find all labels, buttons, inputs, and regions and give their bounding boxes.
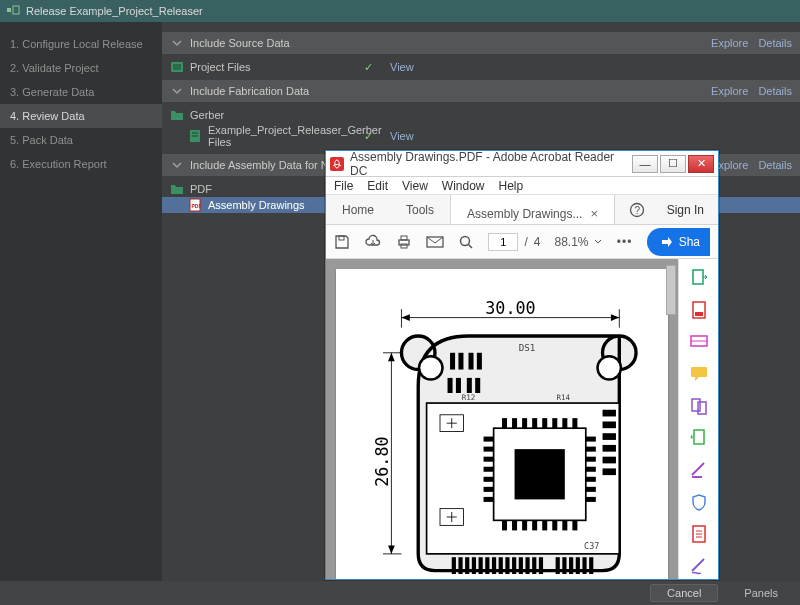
acrobat-window: Assembly Drawings.PDF - Adobe Acrobat Re… xyxy=(325,150,719,580)
acrobat-document-area[interactable]: 30.00 26.80 xyxy=(326,259,678,579)
cancel-button[interactable]: Cancel xyxy=(650,584,718,602)
create-pdf-icon[interactable] xyxy=(689,301,709,319)
svg-rect-43 xyxy=(562,418,567,428)
section-include-source[interactable]: Include Source Data Explore Details xyxy=(162,32,800,54)
svg-rect-119 xyxy=(694,430,704,444)
status-bar: Cancel Panels xyxy=(0,581,800,605)
vertical-scrollbar[interactable] xyxy=(666,265,676,315)
svg-rect-71 xyxy=(448,378,453,393)
section-include-fabrication[interactable]: Include Fabrication Data Explore Details xyxy=(162,80,800,102)
tree-item-gerber-file[interactable]: Example_Project_Releaser_Gerber Files ✓ … xyxy=(162,123,800,149)
link-view[interactable]: View xyxy=(390,61,414,73)
svg-rect-74 xyxy=(475,378,480,393)
svg-rect-65 xyxy=(484,487,494,492)
fill-sign-icon[interactable] xyxy=(689,557,709,575)
tab-home[interactable]: Home xyxy=(326,195,390,224)
window-maximize-button[interactable]: ☐ xyxy=(660,155,686,173)
acrobat-titlebar[interactable]: Assembly Drawings.PDF - Adobe Acrobat Re… xyxy=(326,151,718,177)
search-icon[interactable] xyxy=(458,232,474,252)
menu-view[interactable]: View xyxy=(402,179,428,193)
tab-tools[interactable]: Tools xyxy=(390,195,450,224)
chevron-down-icon xyxy=(170,158,184,172)
svg-rect-5 xyxy=(192,132,198,134)
menu-file[interactable]: File xyxy=(334,179,353,193)
more-icon[interactable]: ••• xyxy=(616,232,632,252)
sidebar-item-validate[interactable]: 2. Validate Project xyxy=(0,56,162,80)
comment-icon[interactable] xyxy=(689,365,709,383)
svg-rect-54 xyxy=(586,447,596,452)
svg-rect-103 xyxy=(532,557,536,574)
svg-rect-91 xyxy=(452,557,456,574)
svg-rect-118 xyxy=(698,402,706,414)
link-view[interactable]: View xyxy=(390,130,414,142)
sidebar-item-generate[interactable]: 3. Generate Data xyxy=(0,80,162,104)
email-icon[interactable] xyxy=(426,232,444,252)
organize-icon[interactable] xyxy=(689,429,709,447)
svg-rect-80 xyxy=(603,468,616,475)
redact-icon[interactable] xyxy=(689,461,709,479)
share-button[interactable]: Sha xyxy=(647,228,710,256)
acrobat-menubar: File Edit View Window Help xyxy=(326,177,718,195)
compress-icon[interactable] xyxy=(689,525,709,543)
sidebar-item-pack[interactable]: 5. Pack Data xyxy=(0,128,162,152)
link-explore[interactable]: Explore xyxy=(711,85,748,97)
svg-rect-55 xyxy=(586,457,596,462)
help-icon[interactable]: ? xyxy=(621,195,653,224)
svg-rect-52 xyxy=(572,520,577,530)
window-minimize-button[interactable]: — xyxy=(632,155,658,173)
svg-rect-92 xyxy=(458,557,462,574)
menu-help[interactable]: Help xyxy=(499,179,524,193)
sign-in-link[interactable]: Sign In xyxy=(653,195,718,224)
export-pdf-icon[interactable] xyxy=(689,269,709,287)
svg-rect-44 xyxy=(572,418,577,428)
menu-window[interactable]: Window xyxy=(442,179,485,193)
link-details[interactable]: Details xyxy=(758,159,792,171)
svg-rect-96 xyxy=(485,557,489,574)
cloud-icon[interactable] xyxy=(364,232,382,252)
panels-button[interactable]: Panels xyxy=(728,585,794,601)
window-close-button[interactable]: ✕ xyxy=(688,155,714,173)
tab-document[interactable]: Assembly Drawings... × xyxy=(450,195,615,224)
tree-item-gerber-folder[interactable]: Gerber xyxy=(162,107,800,123)
svg-rect-117 xyxy=(692,399,700,411)
link-explore[interactable]: Explore xyxy=(711,37,748,49)
svg-rect-75 xyxy=(603,410,616,417)
zoom-dropdown[interactable]: 88.1% xyxy=(554,235,602,249)
share-icon xyxy=(659,235,673,249)
acrobat-right-toolbar xyxy=(678,259,718,579)
svg-rect-109 xyxy=(582,557,586,574)
page-current-input[interactable] xyxy=(488,233,518,251)
tree-item-project-files[interactable]: Project Files ✓ View xyxy=(162,59,800,75)
svg-rect-50 xyxy=(552,520,557,530)
sidebar-item-review[interactable]: 4. Review Data xyxy=(0,104,162,128)
svg-rect-77 xyxy=(603,433,616,440)
svg-marker-29 xyxy=(388,353,395,361)
link-details[interactable]: Details xyxy=(758,37,792,49)
save-icon[interactable] xyxy=(334,232,350,252)
print-icon[interactable] xyxy=(396,232,412,252)
project-icon xyxy=(170,60,184,74)
section-fabrication-title: Include Fabrication Data xyxy=(190,85,309,97)
chevron-down-icon xyxy=(170,36,184,50)
menu-edit[interactable]: Edit xyxy=(367,179,388,193)
acrobat-app-icon xyxy=(330,157,344,171)
svg-marker-30 xyxy=(388,545,395,553)
svg-rect-60 xyxy=(484,437,494,442)
svg-line-19 xyxy=(469,244,473,248)
acrobat-toolbar: / 4 88.1% ••• Sha xyxy=(326,225,718,259)
svg-rect-53 xyxy=(586,437,596,442)
svg-rect-56 xyxy=(586,467,596,472)
sidebar-item-configure[interactable]: 1. Configure Local Release xyxy=(0,32,162,56)
svg-rect-51 xyxy=(562,520,567,530)
svg-point-32 xyxy=(419,356,442,379)
protect-icon[interactable] xyxy=(689,493,709,511)
tab-close-icon[interactable]: × xyxy=(590,206,598,221)
svg-rect-98 xyxy=(499,557,503,574)
combine-icon[interactable] xyxy=(689,397,709,415)
section-source-title: Include Source Data xyxy=(190,37,290,49)
edit-pdf-icon[interactable] xyxy=(689,333,709,351)
link-details[interactable]: Details xyxy=(758,85,792,97)
sidebar-item-execution[interactable]: 6. Execution Report xyxy=(0,152,162,176)
svg-rect-49 xyxy=(542,520,547,530)
svg-rect-42 xyxy=(552,418,557,428)
